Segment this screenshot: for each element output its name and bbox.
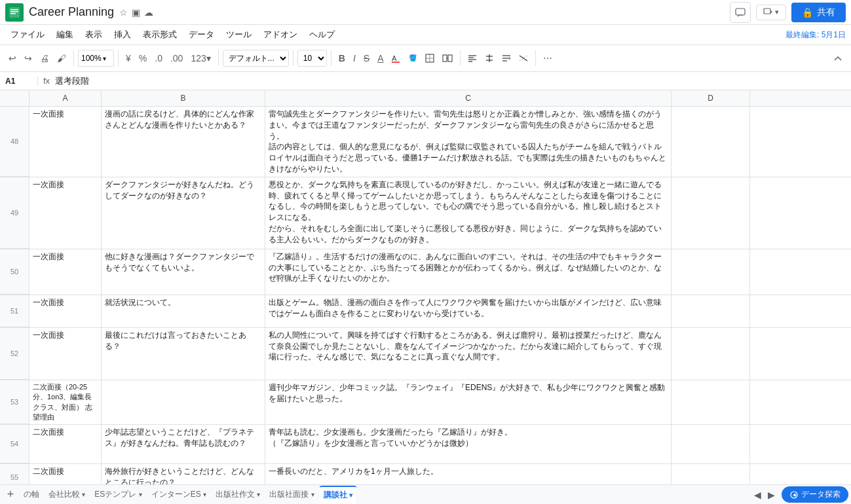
menu-format[interactable]: 表示形式 xyxy=(138,27,182,42)
tab-publishing-essay[interactable]: 出版社作文 ▾ xyxy=(212,486,264,503)
cell-52-a[interactable]: 一次面接 xyxy=(29,328,102,380)
cell-52-b[interactable]: 最後にこれだけは言っておきたいことある？ xyxy=(102,328,265,380)
undo-button[interactable]: ↩ xyxy=(5,51,20,65)
cell-52-d[interactable] xyxy=(671,328,750,380)
cell-50-d[interactable] xyxy=(671,249,750,295)
drive-icon[interactable]: ▣ xyxy=(132,7,140,18)
fill-color-button[interactable]: 🪣 xyxy=(405,52,421,65)
merge-button[interactable] xyxy=(439,52,456,65)
currency-button[interactable]: ¥ xyxy=(123,51,134,65)
menu-view[interactable]: 表示 xyxy=(80,27,107,42)
cell-50-b[interactable]: 他に好きな漫画は？ダークファンタジーでもそうでなくてもいいよ。 xyxy=(102,249,265,295)
cell-55-a[interactable]: 二次面接 xyxy=(29,464,102,484)
text-color-button[interactable]: A xyxy=(388,52,404,65)
wrap-button[interactable] xyxy=(499,52,514,65)
tab-publishing-interview[interactable]: 出版社面接 ▾ xyxy=(265,486,318,503)
cell-50-a[interactable]: 一次面接 xyxy=(29,249,102,295)
cell-54-c[interactable]: 青年誌も読む。少女漫画も。少女漫画だったら『乙嫁語り』が好き。 （『乙嫁語り』を… xyxy=(265,425,671,463)
star-icon[interactable]: ☆ xyxy=(119,7,128,18)
menu-help[interactable]: ヘルプ xyxy=(304,27,340,42)
cell-53-d[interactable] xyxy=(671,380,750,425)
bold-button[interactable]: B xyxy=(335,51,349,65)
cell-53-c[interactable]: 週刊少年マガジン、少年コミック誌。『ランウェイ』『EDENS』が大好きで、私も少… xyxy=(265,380,671,425)
col-header-b[interactable]: B xyxy=(102,90,265,106)
cell-48-d[interactable] xyxy=(671,107,750,177)
cell-55-c[interactable]: 一番長いのだと、アメリカを1ヶ月一人旅した。 xyxy=(265,464,671,484)
tab-next-button[interactable]: ▶ xyxy=(765,488,778,501)
present-button[interactable]: ▾ xyxy=(756,5,786,20)
align-left-button[interactable] xyxy=(464,52,480,65)
vertical-align-button[interactable] xyxy=(482,52,497,65)
svg-rect-4 xyxy=(736,9,745,15)
doc-title[interactable]: Career Planning xyxy=(29,5,114,19)
svg-text:🪣: 🪣 xyxy=(409,54,417,62)
menu-addons[interactable]: アドオン xyxy=(258,27,303,42)
format-paint-button[interactable]: 🖌 xyxy=(54,51,69,65)
title-icons: ☆ ▣ ☁ xyxy=(119,7,153,18)
font-selector[interactable]: デフォルト... xyxy=(223,50,289,67)
cell-51-b[interactable]: 就活状況について。 xyxy=(102,295,265,327)
italic-button[interactable]: I xyxy=(350,51,359,65)
strikethrough-button[interactable]: S xyxy=(360,51,373,65)
col-header-a[interactable]: A xyxy=(29,90,102,106)
tab-es-template[interactable]: ESテンプレ ▾ xyxy=(90,486,145,503)
print-button[interactable]: 🖨 xyxy=(37,51,52,65)
cell-49-c[interactable]: 悪役とか、ダークな気持ちを素直に表現しているのが好きだし、かっこいい。例えば私が… xyxy=(265,177,671,249)
formula-content[interactable]: 選考段階 xyxy=(55,75,89,87)
cell-53-a[interactable]: 二次面接（20-25分、1on3、編集長クラス、対面） 志望理由 xyxy=(29,380,102,425)
cell-51-a[interactable]: 一次面接 xyxy=(29,295,102,327)
cell-55-b[interactable]: 海外旅行が好きということだけど、どんなところに行ったの？ xyxy=(102,464,265,484)
toolbar: ↩ ↪ 🖨 🖌 100% ▾ ¥ % .0 .00 123▾ デフォルト... … xyxy=(0,45,851,72)
menu-file[interactable]: ファイル xyxy=(5,27,50,42)
cell-reference[interactable]: A1 xyxy=(5,77,38,86)
redo-button[interactable]: ↪ xyxy=(21,51,35,65)
menu-tools[interactable]: ツール xyxy=(221,27,257,42)
tab-no-jiku[interactable]: の軸 xyxy=(20,486,43,503)
cell-54-d[interactable] xyxy=(671,425,750,463)
cell-48-b[interactable]: 漫画の話に戻るけど、具体的にどんな作家さんとどんな漫画を作りたいとかある？ xyxy=(102,107,265,177)
fontsize-selector[interactable]: 10 11 12 xyxy=(297,50,327,67)
menu-insert[interactable]: 挿入 xyxy=(109,27,136,42)
cell-53-b[interactable] xyxy=(102,380,265,425)
cell-54-b[interactable]: 少年誌志望ということだけど、『プラネテス』が好きなんだね。青年誌も読むの？ xyxy=(102,425,265,463)
cell-49-b[interactable]: ダークファンタジーが好きなんだね。どうしてダークなのが好きなの？ xyxy=(102,177,265,249)
cell-48-a[interactable]: 一次面接 xyxy=(29,107,102,177)
underline-button[interactable]: A xyxy=(374,51,387,65)
add-sheet-button[interactable]: + xyxy=(3,487,18,503)
table-row: 50 一次面接 他に好きな漫画は？ダークファンタジーでもそうでなくてもいいよ。 … xyxy=(0,249,851,295)
explore-button[interactable]: ✦ データ探索 xyxy=(782,486,848,503)
tab-kodansha[interactable]: 講談社 ▾ xyxy=(320,486,356,503)
last-edited[interactable]: 最終編集: 5月1日 xyxy=(785,29,846,41)
row-num-48: 48 xyxy=(0,107,29,177)
rotate-button[interactable] xyxy=(516,52,531,65)
tab-prev-button[interactable]: ◀ xyxy=(751,488,764,501)
cell-55-d[interactable] xyxy=(671,464,750,484)
share-button[interactable]: 🔒 共有 xyxy=(791,3,846,22)
zoom-selector[interactable]: 100% ▾ xyxy=(78,50,114,67)
decimal00-button[interactable]: .00 xyxy=(167,51,186,65)
tab-company-compare[interactable]: 会社比較 ▾ xyxy=(45,486,89,503)
cell-54-a[interactable]: 二次面接 xyxy=(29,425,102,463)
svg-rect-0 xyxy=(9,7,20,18)
chat-button[interactable] xyxy=(730,2,751,23)
menu-edit[interactable]: 編集 xyxy=(51,27,79,42)
more-formats-button[interactable]: 123▾ xyxy=(187,51,214,65)
borders-button[interactable] xyxy=(422,52,438,65)
cell-50-c[interactable]: 『乙嫁語り』。生活するだけの漫画なのに、あんなに面白いのすごい。それは、その生活… xyxy=(265,249,671,295)
table-row: 48 一次面接 漫画の話に戻るけど、具体的にどんな作家さんとどんな漫画を作りたい… xyxy=(0,107,851,177)
menu-data[interactable]: データ xyxy=(183,27,219,42)
decimal0-button[interactable]: .0 xyxy=(151,51,166,65)
col-header-c[interactable]: C xyxy=(265,90,671,106)
cell-51-c[interactable]: 出版とゲーム。物語、漫画の面白さを作って人にワクワクや興奮を届けたいから出版がメ… xyxy=(265,295,671,327)
percent-button[interactable]: % xyxy=(136,51,150,65)
collapse-toolbar-button[interactable] xyxy=(830,52,846,65)
cell-49-a[interactable]: 一次面接 xyxy=(29,177,102,249)
cell-48-c[interactable]: 雷句誠先生とダークファンタジーを作りたい。雷句先生は怒りとか正義とか憎しみとか、… xyxy=(265,107,671,177)
tab-intern-es[interactable]: インターンES ▾ xyxy=(147,486,210,503)
cell-51-d[interactable] xyxy=(671,295,750,327)
col-header-d[interactable]: D xyxy=(671,90,750,106)
cell-49-d[interactable] xyxy=(671,177,750,249)
table-row: 54 二次面接 少年誌志望ということだけど、『プラネテス』が好きなんだね。青年誌… xyxy=(0,425,851,464)
cell-52-c[interactable]: 私の人間性について。興味を持てばすぐ行動するところがある。例えば鹿狩り。最初は授… xyxy=(265,328,671,380)
more-button[interactable]: ⋯ xyxy=(540,51,556,65)
